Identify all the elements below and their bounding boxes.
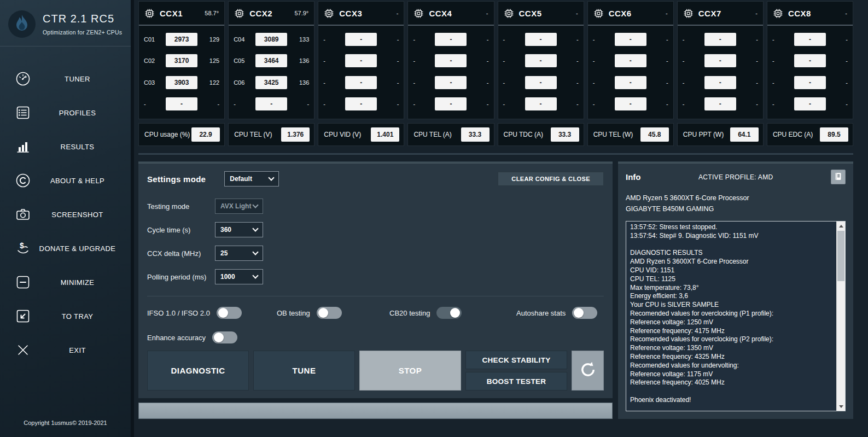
autoshare-stats-toggle[interactable] <box>572 307 597 319</box>
core-frequency-box[interactable]: - <box>704 54 736 67</box>
core-extra-value: - <box>203 101 219 107</box>
core-row: --- <box>772 33 848 46</box>
core-frequency-box[interactable]: - <box>615 54 646 67</box>
enhance-accuracy-toggle[interactable] <box>212 331 237 343</box>
tune-button[interactable]: TUNE <box>253 351 355 391</box>
core-frequency-box[interactable]: - <box>704 33 736 46</box>
testing-mode-dropdown[interactable]: AVX Light <box>215 199 263 214</box>
core-extra-value: - <box>293 101 309 107</box>
check-stability-button[interactable]: CHECK STABILITY <box>465 351 567 369</box>
sidebar-item-to-tray[interactable]: TO TRAY <box>0 299 131 333</box>
restart-button[interactable] <box>572 351 604 391</box>
core-frequency-box[interactable]: - <box>345 97 377 110</box>
sidebar-item-donate-upgrade[interactable]: $DONATE & UPGRADE <box>0 231 131 265</box>
core-label: - <box>593 57 609 64</box>
toggle-knob <box>574 308 584 318</box>
core-frequency-box[interactable]: 3170 <box>166 54 197 67</box>
core-frequency-box[interactable]: - <box>525 54 557 67</box>
minimize-icon <box>14 273 32 291</box>
scrollbar-up-arrow[interactable] <box>837 222 845 230</box>
log-scrollbar[interactable] <box>836 222 845 411</box>
cycle-time-s-dropdown[interactable]: 360 <box>215 222 263 237</box>
ccx-delta-mhz-dropdown[interactable]: 25 <box>215 246 263 261</box>
core-frequency-box[interactable]: 3089 <box>255 33 287 46</box>
svg-text:$: $ <box>20 241 24 250</box>
core-frequency-box[interactable]: - <box>794 76 826 89</box>
triangle-down-icon <box>839 405 843 408</box>
sidebar-item-label: SCREENSHOT <box>32 211 131 219</box>
core-frequency-box[interactable]: - <box>166 97 197 110</box>
ifso-1-0-ifso-2-0-toggle[interactable] <box>217 307 242 319</box>
core-frequency-box[interactable]: - <box>525 33 557 46</box>
ccx-grid: CCX158.7°C012973129C023170125C033903122-… <box>138 1 853 119</box>
core-frequency-box[interactable]: - <box>435 76 467 89</box>
core-extra-value: - <box>473 36 489 43</box>
sidebar: CTR 2.1 RC5 Optimization for ZEN2+ CPUs … <box>0 0 134 437</box>
core-label: - <box>413 79 429 86</box>
core-row: --- <box>503 54 579 67</box>
core-frequency-box[interactable]: - <box>435 54 467 67</box>
section-divider <box>138 153 853 155</box>
bar-chart-icon <box>14 138 32 155</box>
core-frequency-box[interactable]: 2973 <box>166 33 197 46</box>
clear-config-close-button[interactable]: CLEAR CONFIG & CLOSE <box>498 172 604 186</box>
core-frequency-box[interactable]: - <box>525 76 557 89</box>
core-extra-value: 133 <box>293 36 309 43</box>
core-frequency-box[interactable]: - <box>794 54 826 67</box>
cpu-chip-icon <box>413 8 424 19</box>
profile-notes-button[interactable] <box>831 170 846 184</box>
app-subtitle: Optimization for ZEN2+ CPUs <box>43 29 122 36</box>
core-frequency-box[interactable]: - <box>345 76 377 89</box>
sidebar-item-results[interactable]: RESULTS <box>0 130 131 164</box>
ccx-header: CCX158.7° <box>139 2 224 26</box>
stat-cpu-vid-v: CPU VID (V)1.401 <box>318 123 404 146</box>
core-label: - <box>323 101 340 107</box>
log-line: Recomended values for undervolting: <box>630 362 835 370</box>
scrollbar-down-arrow[interactable] <box>837 402 845 411</box>
core-frequency-box[interactable]: - <box>525 97 557 110</box>
sidebar-item-minimize[interactable]: MINIMIZE <box>0 265 131 299</box>
core-frequency-box[interactable]: - <box>345 33 377 46</box>
core-frequency-box[interactable]: - <box>615 97 646 110</box>
core-label: - <box>323 57 340 64</box>
scrollbar-thumb[interactable] <box>837 231 844 281</box>
info-title: Info <box>626 172 641 182</box>
cpu-chip-icon <box>144 8 155 19</box>
stat-label: CPU usage (%) <box>144 131 190 138</box>
core-frequency-box[interactable]: 3464 <box>255 54 287 67</box>
core-frequency-box[interactable]: - <box>794 33 826 46</box>
core-extra-value: - <box>742 101 758 107</box>
core-frequency-box[interactable]: 3903 <box>166 76 197 89</box>
sidebar-item-screenshot[interactable]: SCREENSHOT <box>0 197 131 231</box>
sidebar-item-about-help[interactable]: ABOUT & HELP <box>0 164 131 197</box>
stat-cpu-edc-a: CPU EDC (A)89.5 <box>767 123 853 146</box>
core-frequency-box[interactable]: - <box>435 33 467 46</box>
settings-mode-dropdown[interactable]: Default <box>224 171 279 187</box>
cb20-testing-toggle[interactable] <box>436 307 462 319</box>
core-frequency-box[interactable]: - <box>704 97 736 110</box>
ob-testing-toggle[interactable] <box>317 307 342 319</box>
core-frequency-box[interactable]: - <box>255 97 287 110</box>
system-info: AMD Ryzen 5 3600XT 6-Core Processor GIGA… <box>626 193 846 214</box>
diagnostic-button[interactable]: DIAGNOSTIC <box>147 351 249 391</box>
core-frequency-box[interactable]: - <box>345 54 377 67</box>
core-frequency-box[interactable]: - <box>704 76 736 89</box>
core-row: --- <box>772 76 848 89</box>
core-frequency-box[interactable]: - <box>615 33 646 46</box>
sidebar-item-profiles[interactable]: PROFILES <box>0 96 131 130</box>
stop-button[interactable]: STOP <box>359 351 461 391</box>
polling-period-ms-dropdown[interactable]: 1000 <box>215 269 263 284</box>
core-row: --- <box>772 97 848 110</box>
core-frequency-box[interactable]: - <box>794 97 826 110</box>
sidebar-item-tuner[interactable]: TUNER <box>0 62 131 96</box>
core-row: --- <box>413 33 488 46</box>
bottom-area: Settings mode Default CLEAR CONFIG & CLO… <box>138 161 853 419</box>
log-content: 13:57:52: Stress test stopped.13:57:54: … <box>630 223 835 410</box>
boost-tester-button[interactable]: BOOST TESTER <box>465 372 567 391</box>
toggle-label: Enhance accuracy <box>147 334 206 342</box>
sidebar-item-exit[interactable]: EXIT <box>0 333 131 367</box>
core-frequency-box[interactable]: - <box>435 97 467 110</box>
core-frequency-box[interactable]: 3425 <box>255 76 287 89</box>
log-line: Reference frequency: 4175 MHz <box>630 327 835 336</box>
core-frequency-box[interactable]: - <box>615 76 646 89</box>
